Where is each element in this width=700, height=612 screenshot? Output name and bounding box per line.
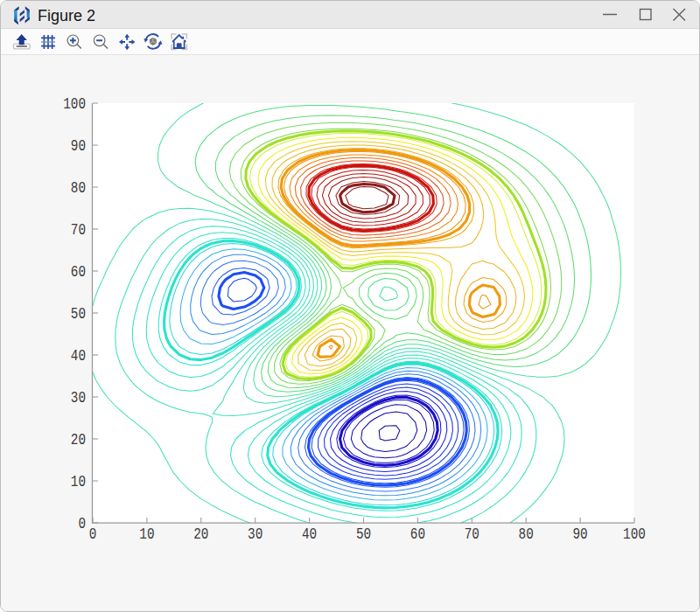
svg-text:20: 20 — [193, 525, 208, 544]
svg-text:50: 50 — [356, 525, 371, 544]
svg-text:60: 60 — [410, 525, 425, 544]
svg-text:10: 10 — [139, 525, 154, 544]
svg-text:90: 90 — [573, 525, 588, 544]
svg-text:40: 40 — [302, 525, 317, 544]
svg-text:80: 80 — [71, 178, 86, 198]
svg-text:90: 90 — [71, 136, 86, 156]
svg-text:100: 100 — [63, 94, 86, 114]
svg-text:80: 80 — [519, 525, 534, 544]
svg-text:0: 0 — [89, 525, 97, 544]
svg-text:10: 10 — [71, 472, 86, 491]
svg-text:Figure 2: Figure 2 — [38, 7, 95, 24]
svg-text:100: 100 — [623, 525, 646, 544]
svg-text:30: 30 — [71, 388, 86, 407]
svg-text:20: 20 — [71, 430, 86, 449]
svg-text:70: 70 — [465, 525, 480, 544]
svg-text:70: 70 — [71, 220, 86, 240]
svg-text:30: 30 — [248, 525, 262, 544]
svg-text:40: 40 — [71, 346, 86, 365]
svg-text:50: 50 — [71, 304, 86, 323]
svg-text:60: 60 — [71, 262, 86, 282]
svg-text:0: 0 — [78, 514, 86, 533]
